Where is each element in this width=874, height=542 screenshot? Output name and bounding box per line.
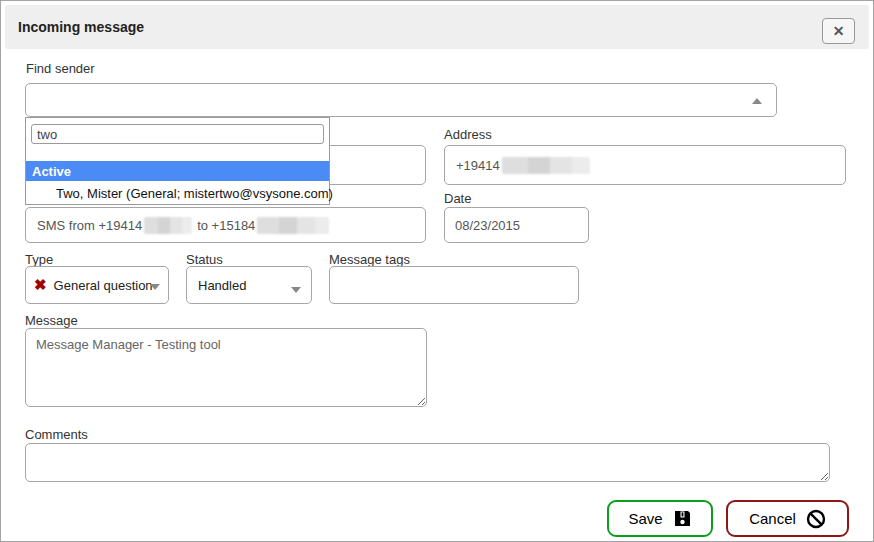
close-icon: ✕ bbox=[833, 23, 845, 39]
message-tags-input[interactable] bbox=[329, 266, 579, 304]
redacted-number-block bbox=[257, 217, 329, 234]
find-sender-label: Find sender bbox=[26, 61, 95, 76]
type-label: Type bbox=[25, 252, 53, 267]
redacted-address-block bbox=[502, 157, 590, 174]
chevron-down-icon bbox=[150, 284, 160, 290]
address-label: Address bbox=[444, 127, 492, 142]
subject-value-part1: SMS from +19414 bbox=[26, 218, 142, 233]
status-label: Status bbox=[186, 252, 223, 267]
message-textarea[interactable] bbox=[25, 328, 427, 407]
message-tags-field[interactable] bbox=[330, 278, 578, 293]
comments-textarea[interactable] bbox=[25, 443, 830, 482]
find-sender-combobox[interactable] bbox=[25, 83, 777, 117]
chevron-down-icon bbox=[291, 287, 301, 293]
redacted-number-block bbox=[144, 217, 192, 234]
dropdown-option[interactable]: Two, Mister (General; mistertwo@vsysone.… bbox=[26, 181, 329, 205]
address-input[interactable]: +19414 bbox=[444, 145, 846, 185]
chevron-up-icon bbox=[752, 98, 762, 104]
type-value: General question bbox=[54, 278, 153, 293]
incoming-message-dialog: Incoming message ✕ Find sender Address +… bbox=[0, 0, 874, 542]
sender-dropdown-panel: Active Two, Mister (General; mistertwo@v… bbox=[25, 117, 330, 205]
save-button[interactable]: Save bbox=[607, 500, 713, 537]
save-icon bbox=[673, 509, 692, 528]
cancel-button[interactable]: Cancel bbox=[726, 500, 849, 537]
status-value: Handled bbox=[187, 278, 246, 293]
message-tags-label: Message tags bbox=[329, 252, 410, 267]
close-button[interactable]: ✕ bbox=[822, 18, 855, 44]
message-label: Message bbox=[25, 313, 78, 328]
subject-input[interactable]: SMS from +19414 to +15184 bbox=[25, 207, 426, 243]
dialog-titlebar: Incoming message ✕ bbox=[5, 5, 869, 49]
dropdown-group-header: Active bbox=[26, 161, 329, 181]
address-value: +19414 bbox=[445, 158, 500, 173]
red-x-icon: ✖ bbox=[34, 276, 47, 294]
date-field[interactable] bbox=[445, 218, 588, 233]
group-label: Active bbox=[32, 164, 71, 179]
type-select[interactable]: ✖ General question bbox=[25, 266, 169, 304]
date-label: Date bbox=[444, 191, 471, 206]
save-button-label: Save bbox=[628, 510, 662, 527]
status-select[interactable]: Handled bbox=[186, 266, 312, 304]
comments-label: Comments bbox=[25, 427, 88, 442]
subject-value-part2: to +15184 bbox=[194, 218, 255, 233]
cancel-button-label: Cancel bbox=[749, 510, 796, 527]
dialog-title: Incoming message bbox=[18, 19, 144, 35]
cancel-icon bbox=[806, 509, 826, 529]
date-input[interactable] bbox=[444, 207, 589, 243]
sender-search-input[interactable] bbox=[31, 124, 324, 144]
